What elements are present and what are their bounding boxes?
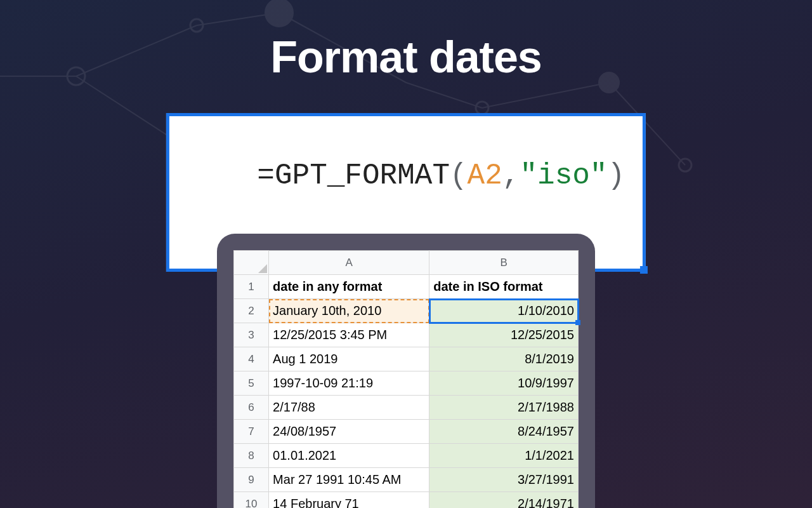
svg-line-6	[482, 83, 609, 108]
cell[interactable]: 2/17/88	[269, 396, 429, 420]
row-header[interactable]: 1	[234, 275, 269, 299]
row-header[interactable]: 8	[234, 444, 269, 468]
cell[interactable]: 8/1/2019	[429, 347, 579, 371]
spreadsheet-card: A B 1 date in any format date in ISO for…	[217, 234, 595, 508]
row-header[interactable]: 3	[234, 323, 269, 347]
row-header[interactable]: 9	[234, 468, 269, 492]
table-row: 1 date in any format date in ISO format	[234, 275, 579, 299]
row-header[interactable]: 7	[234, 420, 269, 444]
formula-cellref: A2	[468, 159, 502, 192]
table-row: 2 January 10th, 2010 1/10/2010	[234, 299, 579, 323]
formula-rparen: )	[607, 159, 625, 192]
column-header-B[interactable]: B	[429, 251, 579, 275]
table-row: 9 Mar 27 1991 10:45 AM 3/27/1991	[234, 468, 579, 492]
row-header[interactable]: 4	[234, 347, 269, 371]
table-row: 3 12/25/2015 3:45 PM 12/25/2015	[234, 323, 579, 347]
cell[interactable]: 24/08/1957	[269, 420, 429, 444]
table-row: 8 01.01.2021 1/1/2021	[234, 444, 579, 468]
cell[interactable]: 12/25/2015 3:45 PM	[269, 323, 429, 347]
cell[interactable]: 14 February 71	[269, 492, 429, 509]
cell[interactable]: 12/25/2015	[429, 323, 579, 347]
selection-handle-icon[interactable]	[640, 266, 648, 274]
table-row: 6 2/17/88 2/17/1988	[234, 396, 579, 420]
cell[interactable]: 1997-10-09 21:19	[269, 371, 429, 396]
svg-point-11	[476, 102, 488, 114]
table-row: 4 Aug 1 2019 8/1/2019	[234, 347, 579, 371]
cell-active-selected[interactable]: 1/10/2010	[429, 299, 579, 323]
row-header[interactable]: 5	[234, 371, 269, 396]
row-header[interactable]: 2	[234, 299, 269, 323]
cell[interactable]: Aug 1 2019	[269, 347, 429, 371]
cell[interactable]: 2/14/1971	[429, 492, 579, 509]
table-row: 7 24/08/1957 8/24/1957	[234, 420, 579, 444]
table-row: 10 14 February 71 2/14/1971	[234, 492, 579, 509]
cell-source-selected[interactable]: January 10th, 2010	[269, 299, 429, 323]
column-header-A[interactable]: A	[269, 251, 429, 275]
row-header[interactable]: 10	[234, 492, 269, 509]
cell[interactable]: 1/1/2021	[429, 444, 579, 468]
row-header[interactable]: 6	[234, 396, 269, 420]
cell[interactable]: 01.01.2021	[269, 444, 429, 468]
svg-point-10	[265, 0, 293, 27]
cell[interactable]: date in any format	[269, 275, 429, 299]
svg-point-13	[679, 159, 691, 171]
cell[interactable]: 8/24/1957	[429, 420, 579, 444]
cell[interactable]: 10/9/1997	[429, 371, 579, 396]
cell[interactable]: Mar 27 1991 10:45 AM	[269, 468, 429, 492]
spreadsheet[interactable]: A B 1 date in any format date in ISO for…	[233, 250, 579, 508]
select-all-corner[interactable]	[234, 251, 269, 275]
page-title: Format dates	[0, 32, 812, 83]
svg-line-3	[197, 13, 279, 25]
formula-equals: =	[257, 159, 275, 192]
table-row: 5 1997-10-09 21:19 10/9/1997	[234, 371, 579, 396]
formula-lparen: (	[450, 159, 468, 192]
cell[interactable]: 2/17/1988	[429, 396, 579, 420]
formula-string: "iso"	[520, 159, 607, 192]
cell[interactable]: 3/27/1991	[429, 468, 579, 492]
formula-function: GPT_FORMAT	[275, 159, 450, 192]
svg-line-5	[406, 83, 482, 108]
svg-point-9	[190, 19, 203, 32]
formula-comma: ,	[502, 159, 520, 192]
cell[interactable]: date in ISO format	[429, 275, 579, 299]
